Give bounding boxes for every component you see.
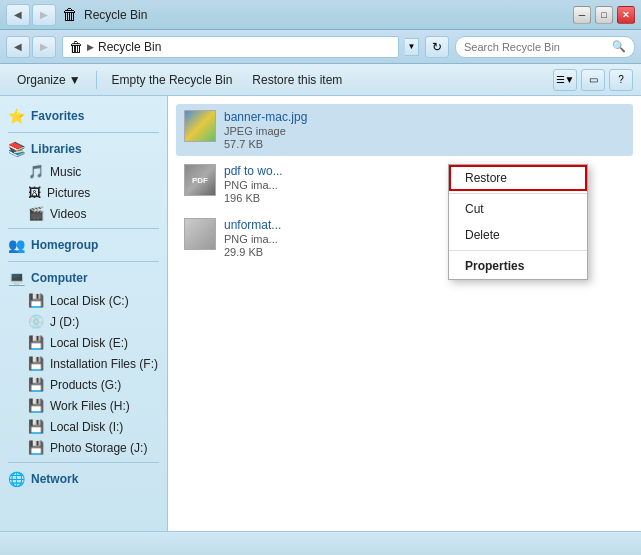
restore-item-label: Restore this item <box>252 73 342 87</box>
restore-item-button[interactable]: Restore this item <box>243 68 351 92</box>
organize-arrow-icon: ▼ <box>69 73 81 87</box>
breadcrumb-dropdown-button[interactable]: ▼ <box>405 38 419 56</box>
drive-d-icon: 💿 <box>28 314 44 329</box>
pictures-icon: 🖼 <box>28 185 41 200</box>
computer-section: 💻 Computer 💾 Local Disk (C:) 💿 J (D:) 💾 … <box>0 266 167 458</box>
homegroup-icon: 👥 <box>8 237 25 253</box>
drive-c-label: Local Disk (C:) <box>50 294 129 308</box>
sidebar-item-local-c[interactable]: 💾 Local Disk (C:) <box>0 290 167 311</box>
drive-h-label: Work Files (H:) <box>50 399 130 413</box>
file-thumb-2 <box>184 218 216 250</box>
sidebar-item-work-h[interactable]: 💾 Work Files (H:) <box>0 395 167 416</box>
maximize-button[interactable]: □ <box>595 6 613 24</box>
music-label: Music <box>50 165 81 179</box>
file-meta-type-0: JPEG image <box>224 125 625 137</box>
sidebar-item-local-i[interactable]: 💾 Local Disk (I:) <box>0 416 167 437</box>
libraries-label: Libraries <box>31 142 82 156</box>
title-icon: 🗑 <box>62 6 78 24</box>
network-section: 🌐 Network <box>0 467 167 491</box>
drive-e-icon: 💾 <box>28 335 44 350</box>
drive-d-label: J (D:) <box>50 315 79 329</box>
window-controls: ─ □ ✕ <box>573 6 635 24</box>
drive-f-icon: 💾 <box>28 356 44 371</box>
sidebar-item-pictures[interactable]: 🖼 Pictures <box>0 182 167 203</box>
help-button[interactable]: ? <box>609 69 633 91</box>
breadcrumb-separator: ▶ <box>87 42 94 52</box>
context-menu-sep-2 <box>449 250 587 251</box>
homegroup-label: Homegroup <box>31 238 98 252</box>
network-icon: 🌐 <box>8 471 25 487</box>
context-menu-cut[interactable]: Cut <box>449 196 587 222</box>
file-name-0: banner-mac.jpg <box>224 110 625 124</box>
drive-e-label: Local Disk (E:) <box>50 336 128 350</box>
drive-i-label: Local Disk (I:) <box>50 420 123 434</box>
close-button[interactable]: ✕ <box>617 6 635 24</box>
drive-c-icon: 💾 <box>28 293 44 308</box>
toolbar: Organize ▼ Empty the Recycle Bin Restore… <box>0 64 641 96</box>
empty-recycle-button[interactable]: Empty the Recycle Bin <box>103 68 242 92</box>
favorites-icon: ⭐ <box>8 108 25 124</box>
organize-button[interactable]: Organize ▼ <box>8 68 90 92</box>
computer-icon: 💻 <box>8 270 25 286</box>
context-menu-restore[interactable]: Restore <box>449 165 587 191</box>
breadcrumb-box: 🗑 ▶ Recycle Bin <box>62 36 399 58</box>
music-icon: 🎵 <box>28 164 44 179</box>
breadcrumb-folder-icon: 🗑 <box>69 39 83 55</box>
sidebar-homegroup-header[interactable]: 👥 Homegroup <box>0 233 167 257</box>
libraries-section: 📚 Libraries 🎵 Music 🖼 Pictures 🎬 Videos <box>0 137 167 224</box>
view-options-button[interactable]: ☰ ▼ <box>553 69 577 91</box>
drive-g-icon: 💾 <box>28 377 44 392</box>
sidebar-divider-2 <box>8 228 159 229</box>
context-menu-sep-1 <box>449 193 587 194</box>
sidebar-item-installation-f[interactable]: 💾 Installation Files (F:) <box>0 353 167 374</box>
videos-label: Videos <box>50 207 86 221</box>
sidebar-libraries-header[interactable]: 📚 Libraries <box>0 137 167 161</box>
drive-j-label: Photo Storage (J:) <box>50 441 147 455</box>
refresh-button[interactable]: ↻ <box>425 36 449 58</box>
title-nav-btns: ◀ ▶ <box>6 4 56 26</box>
computer-label: Computer <box>31 271 88 285</box>
title-bar-left: ◀ ▶ 🗑 Recycle Bin <box>6 4 147 26</box>
title-bar: ◀ ▶ 🗑 Recycle Bin ─ □ ✕ <box>0 0 641 30</box>
sidebar-item-local-e[interactable]: 💾 Local Disk (E:) <box>0 332 167 353</box>
file-item-0[interactable]: banner-mac.jpg JPEG image 57.7 KB <box>176 104 633 156</box>
sidebar-item-drive-d[interactable]: 💿 J (D:) <box>0 311 167 332</box>
forward-button[interactable]: ▶ <box>32 4 56 26</box>
window-title: Recycle Bin <box>84 8 147 22</box>
pictures-label: Pictures <box>47 186 90 200</box>
file-info-0: banner-mac.jpg JPEG image 57.7 KB <box>224 110 625 150</box>
sidebar: ⭐ Favorites 📚 Libraries 🎵 Music 🖼 Pictur… <box>0 96 168 531</box>
file-thumb-0 <box>184 110 216 142</box>
nav-back-button[interactable]: ◀ <box>6 36 30 58</box>
breadcrumb-label: Recycle Bin <box>98 40 161 54</box>
drive-g-label: Products (G:) <box>50 378 121 392</box>
context-menu-delete[interactable]: Delete <box>449 222 587 248</box>
network-label: Network <box>31 472 78 486</box>
empty-recycle-label: Empty the Recycle Bin <box>112 73 233 87</box>
minimize-button[interactable]: ─ <box>573 6 591 24</box>
help-icon: ? <box>618 74 624 85</box>
file-thumb-1: PDF <box>184 164 216 196</box>
sidebar-divider-4 <box>8 462 159 463</box>
sidebar-item-products-g[interactable]: 💾 Products (G:) <box>0 374 167 395</box>
nav-forward-button[interactable]: ▶ <box>32 36 56 58</box>
preview-pane-button[interactable]: ▭ <box>581 69 605 91</box>
sidebar-item-videos[interactable]: 🎬 Videos <box>0 203 167 224</box>
sidebar-favorites-header[interactable]: ⭐ Favorites <box>0 104 167 128</box>
search-input[interactable] <box>464 41 608 53</box>
context-menu-properties[interactable]: Properties <box>449 253 587 279</box>
context-menu: Restore Cut Delete Properties <box>448 164 588 280</box>
sidebar-item-music[interactable]: 🎵 Music <box>0 161 167 182</box>
back-button[interactable]: ◀ <box>6 4 30 26</box>
view-icon: ☰ <box>556 74 565 85</box>
sidebar-item-photo-j[interactable]: 💾 Photo Storage (J:) <box>0 437 167 458</box>
file-area: banner-mac.jpg JPEG image 57.7 KB PDF pd… <box>168 96 641 531</box>
drive-h-icon: 💾 <box>28 398 44 413</box>
sidebar-divider-3 <box>8 261 159 262</box>
search-icon: 🔍 <box>612 40 626 53</box>
sidebar-computer-header[interactable]: 💻 Computer <box>0 266 167 290</box>
sidebar-network-header[interactable]: 🌐 Network <box>0 467 167 491</box>
nav-buttons: ◀ ▶ <box>6 36 56 58</box>
sidebar-divider-1 <box>8 132 159 133</box>
toolbar-right: ☰ ▼ ▭ ? <box>553 69 633 91</box>
